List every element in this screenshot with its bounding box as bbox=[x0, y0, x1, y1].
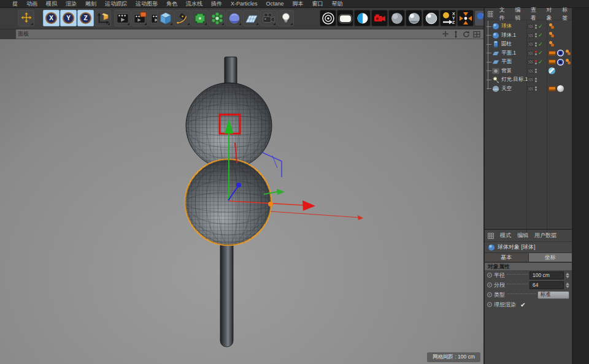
keyframe-circle-icon[interactable] bbox=[487, 282, 492, 287]
menu-item[interactable]: 脚本 bbox=[293, 0, 304, 8]
lock-x-axis-icon[interactable]: X bbox=[43, 10, 60, 26]
type-dropdown[interactable]: 标准 bbox=[537, 291, 570, 299]
tab-coordinates[interactable]: 坐标 bbox=[529, 253, 572, 262]
octane-glossy-material-icon[interactable] bbox=[406, 10, 422, 26]
menu-item[interactable]: X-Particles bbox=[231, 1, 258, 7]
floor-icon[interactable] bbox=[243, 10, 260, 26]
menu-item[interactable]: 插件 bbox=[211, 0, 222, 8]
rotate-view-icon[interactable] bbox=[462, 30, 471, 39]
layer-box-icon[interactable] bbox=[528, 24, 534, 29]
material-tag-icon[interactable] bbox=[549, 32, 555, 39]
object-row-cylinder[interactable]: 圆柱 ✓ bbox=[485, 40, 572, 49]
deformer-icon[interactable] bbox=[226, 10, 242, 26]
octane-object-tag-icon[interactable] bbox=[549, 59, 556, 64]
target-tag-icon[interactable] bbox=[557, 59, 564, 66]
layer-box-icon[interactable] bbox=[528, 51, 534, 56]
object-properties-header[interactable]: 对象属性 bbox=[485, 262, 572, 270]
visibility-dots[interactable] bbox=[535, 78, 537, 82]
gizmo-origin-dot[interactable] bbox=[268, 202, 273, 207]
object-manager-menu-item[interactable]: 标签 bbox=[562, 6, 572, 22]
enabled-check-icon[interactable]: ✓ bbox=[538, 59, 543, 65]
menu-item[interactable]: 角色 bbox=[166, 0, 177, 8]
octane-hdri-icon[interactable] bbox=[354, 10, 371, 26]
viewport-canvas[interactable]: 网格间距 : 100 cm bbox=[0, 39, 483, 364]
lock-y-axis-icon[interactable]: Y bbox=[60, 10, 77, 26]
keyframe-circle-icon[interactable] bbox=[487, 302, 492, 307]
octane-diffuse-material-icon[interactable] bbox=[388, 10, 405, 26]
menu-item[interactable]: 运动图形 bbox=[136, 0, 158, 8]
keyframe-circle-icon[interactable] bbox=[487, 273, 492, 278]
visibility-dots[interactable] bbox=[535, 25, 537, 29]
tab-basic[interactable]: 基本 bbox=[485, 253, 528, 262]
menu-item[interactable]: 模拟 bbox=[46, 0, 57, 8]
material-tag-icon[interactable] bbox=[565, 59, 572, 66]
visibility-dots[interactable] bbox=[535, 69, 537, 73]
radius-stepper[interactable] bbox=[566, 273, 569, 278]
segments-stepper[interactable] bbox=[566, 282, 569, 288]
pan-view-icon[interactable] bbox=[441, 30, 450, 39]
octane-object-tag-icon[interactable] bbox=[549, 51, 556, 56]
sky-material-tag-icon[interactable] bbox=[549, 67, 555, 74]
enabled-check-icon[interactable]: ✓ bbox=[538, 50, 543, 56]
octane-object-tag-icon[interactable] bbox=[549, 86, 556, 91]
panel-grid-icon[interactable] bbox=[488, 11, 493, 17]
toggle-views-icon[interactable] bbox=[472, 30, 481, 39]
menu-item[interactable]: 捉 bbox=[12, 0, 18, 8]
menu-item[interactable]: 流水线 bbox=[186, 0, 202, 8]
object-manager-menu-item[interactable]: 编辑 bbox=[515, 6, 525, 22]
visibility-dots[interactable] bbox=[535, 33, 537, 37]
material-tag-icon[interactable] bbox=[549, 41, 555, 48]
octane-transform-icon[interactable]: XYZ bbox=[440, 10, 456, 26]
radius-field[interactable]: 100 cm bbox=[529, 271, 564, 279]
gizmo-blue-handle[interactable] bbox=[263, 153, 282, 177]
material-tag-icon[interactable] bbox=[549, 23, 555, 30]
target-tag-icon[interactable] bbox=[557, 50, 564, 56]
visibility-dots[interactable] bbox=[535, 51, 537, 55]
segments-field[interactable]: 64 bbox=[529, 281, 564, 289]
panel-grid-icon[interactable] bbox=[488, 233, 494, 239]
object-row-background[interactable]: 背景 bbox=[485, 67, 572, 76]
layer-box-icon[interactable] bbox=[528, 86, 534, 91]
material-tag-icon[interactable] bbox=[565, 50, 572, 56]
object-manager-menu-item[interactable]: 对象 bbox=[547, 6, 556, 22]
object-row-sphere[interactable]: 球体 ✓ bbox=[485, 22, 572, 31]
menu-item[interactable]: 帮助 bbox=[332, 0, 343, 8]
visibility-dots[interactable] bbox=[535, 86, 537, 91]
array-generator-icon[interactable] bbox=[209, 10, 225, 26]
viewport-menu-panel[interactable]: 面板 bbox=[18, 30, 29, 38]
visibility-dots[interactable] bbox=[535, 42, 537, 47]
menu-item[interactable]: 渲染 bbox=[66, 0, 77, 8]
menu-item[interactable]: 雕刻 bbox=[85, 0, 96, 8]
menu-item[interactable]: Octane bbox=[266, 1, 284, 7]
octane-target-icon[interactable] bbox=[320, 10, 336, 26]
attribute-manager-menu-item[interactable]: 模式 bbox=[500, 232, 511, 240]
object-row-plane[interactable]: 平面 ✓ bbox=[485, 58, 572, 67]
enabled-check-icon[interactable]: ✓ bbox=[538, 32, 543, 38]
object-row-sphere1[interactable]: 球体.1 ✓ bbox=[485, 31, 572, 40]
render-picture-viewer-icon[interactable] bbox=[131, 10, 148, 26]
light-icon[interactable] bbox=[277, 10, 294, 26]
object-row-plane1[interactable]: 平面.1 ✓ bbox=[485, 49, 572, 58]
object-manager-menu-item[interactable]: 文件 bbox=[499, 6, 509, 22]
octane-specular-material-icon[interactable] bbox=[423, 10, 439, 26]
keyframe-circle-icon[interactable] bbox=[487, 292, 492, 297]
octane-arealight-icon[interactable] bbox=[337, 10, 353, 26]
menu-item[interactable]: 运动跟踪 bbox=[105, 0, 127, 8]
attribute-manager-menu-item[interactable]: 编辑 bbox=[517, 232, 528, 240]
sky-material-tag-icon[interactable] bbox=[557, 85, 564, 92]
move-tool-icon[interactable] bbox=[18, 10, 34, 26]
primitive-cube-icon[interactable] bbox=[157, 10, 174, 26]
layer-box-icon[interactable] bbox=[528, 33, 534, 38]
zoom-view-icon[interactable] bbox=[452, 30, 460, 39]
object-manager-menu-item[interactable]: 查看 bbox=[531, 6, 541, 22]
lock-z-axis-icon[interactable]: Z bbox=[77, 10, 94, 26]
object-row-sky[interactable]: 天空 bbox=[485, 85, 572, 94]
render-view-icon[interactable] bbox=[114, 10, 131, 26]
subdivision-surface-icon[interactable] bbox=[191, 10, 208, 26]
visibility-dots[interactable] bbox=[535, 60, 537, 64]
enabled-check-icon[interactable]: ✓ bbox=[538, 24, 543, 29]
object-row-light-target[interactable]: 灯光.目标.1 bbox=[485, 75, 572, 85]
attribute-manager-menu-item[interactable]: 用户数据 bbox=[534, 232, 556, 240]
ideal-render-checkbox[interactable]: ✔ bbox=[520, 301, 526, 308]
menu-item[interactable]: 动画 bbox=[26, 0, 37, 8]
